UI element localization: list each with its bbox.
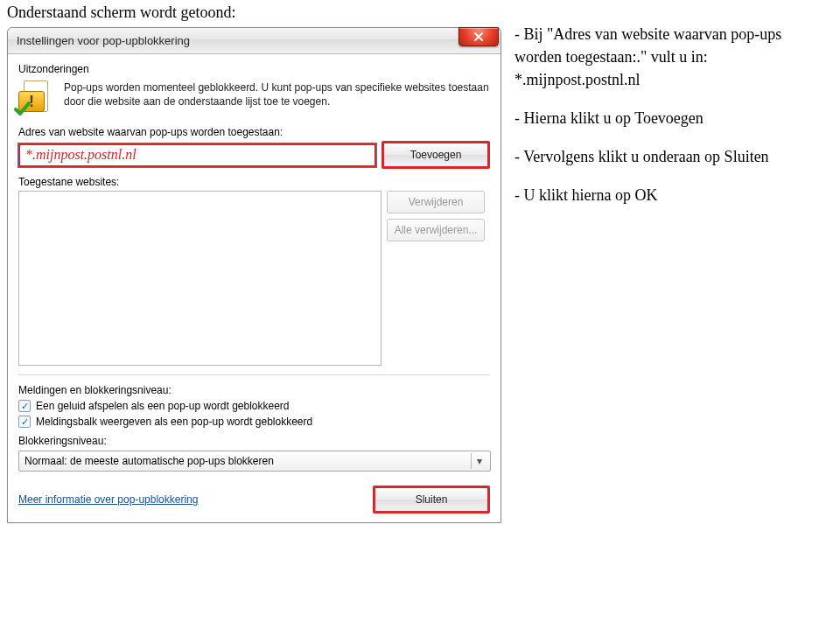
- instruction-line-4: - U klikt hierna op OK: [514, 184, 824, 206]
- chevron-down-icon: ▾: [471, 453, 486, 469]
- allowed-sites-listbox[interactable]: [18, 191, 382, 366]
- block-level-select[interactable]: Normaal: de meeste automatische pop-ups …: [18, 451, 491, 472]
- popup-settings-icon: !: [18, 80, 55, 117]
- close-button[interactable]: Sluiten: [373, 486, 490, 514]
- show-bar-label: Meldingsbalk weergeven als een pop-up wo…: [36, 416, 312, 428]
- remove-button: Verwijderen: [387, 191, 485, 213]
- more-info-link[interactable]: Meer informatie over pop-upblokkering: [18, 493, 198, 506]
- show-bar-checkbox[interactable]: ✓: [18, 416, 31, 428]
- add-button[interactable]: Toevoegen: [382, 141, 490, 169]
- address-label: Adres van website waarvan pop-ups worden…: [18, 126, 490, 138]
- page-heading: Onderstaand scherm wordt getoond:: [7, 3, 508, 22]
- close-icon[interactable]: [458, 27, 499, 46]
- instruction-line-1: - Bij "Adres van website waarvan pop-ups…: [514, 23, 824, 91]
- remove-all-button: Alle verwijderen...: [387, 219, 485, 241]
- instruction-text: - Bij "Adres van website waarvan pop-ups…: [514, 0, 840, 207]
- info-text: Pop-ups worden momenteel geblokkeerd. U …: [64, 80, 490, 108]
- allowed-sites-label: Toegestane websites:: [18, 176, 490, 188]
- play-sound-checkbox[interactable]: ✓: [18, 400, 31, 412]
- popup-settings-dialog: Instellingen voor pop-upblokkering Uitzo…: [7, 27, 501, 523]
- dialog-titlebar: Instellingen voor pop-upblokkering: [8, 28, 500, 54]
- dialog-title: Instellingen voor pop-upblokkering: [17, 34, 458, 47]
- exceptions-label: Uitzonderingen: [18, 63, 490, 75]
- website-address-input[interactable]: [18, 143, 376, 167]
- divider: [18, 374, 490, 375]
- instruction-line-2: - Hierna klikt u op Toevoegen: [514, 107, 824, 129]
- block-level-label: Blokkeringsniveau:: [18, 435, 490, 447]
- notifications-level-label: Meldingen en blokkeringsniveau:: [18, 384, 490, 396]
- play-sound-label: Een geluid afspelen als een pop-up wordt…: [36, 400, 290, 412]
- block-level-value: Normaal: de meeste automatische pop-ups …: [24, 455, 274, 467]
- instruction-line-3: - Vervolgens klikt u onderaan op Sluiten: [514, 145, 824, 168]
